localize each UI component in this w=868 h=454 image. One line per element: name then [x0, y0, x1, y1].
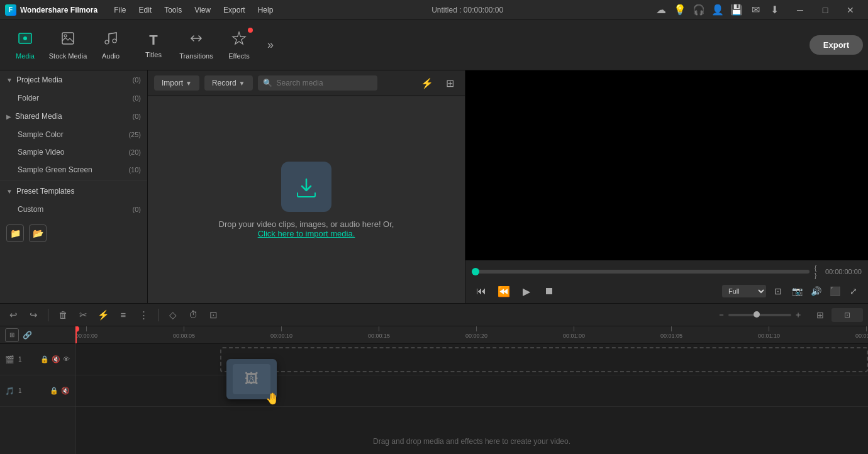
toolbar-transitions[interactable]: Transitions — [176, 23, 216, 68]
undo-button[interactable]: ↩ — [5, 307, 21, 323]
export-frame-button[interactable]: ⬛ — [826, 283, 843, 299]
record-button[interactable]: Record ▼ — [204, 75, 253, 91]
effects-button[interactable]: ⚡ — [95, 307, 111, 323]
timeline-ruler[interactable]: 00:00:00 00:00:05 00:00:10 00:00:15 — [75, 326, 868, 344]
save-icon[interactable]: 💾 — [731, 4, 742, 16]
clip-speed-button[interactable]: ⏱ — [185, 307, 201, 323]
fullscreen-button[interactable]: ⤢ — [845, 283, 862, 299]
audio-mute-icon[interactable]: 🔇 — [61, 387, 70, 395]
menu-file[interactable]: File — [108, 0, 132, 20]
add-folder-button[interactable]: 📁 — [6, 224, 24, 242]
tick-label: 00:01:15 — [855, 333, 868, 339]
play-button[interactable]: ▶ — [517, 283, 536, 299]
zoom-in-icon[interactable]: ＋ — [794, 309, 803, 321]
sidebar-item-sample-green-screen[interactable]: Sample Green Screen (10) — [0, 161, 147, 179]
drop-import-link[interactable]: Click here to import media. — [258, 229, 355, 238]
link-toggle[interactable]: ⊞ — [5, 328, 19, 342]
chevron-down-icon: ▼ — [6, 77, 13, 84]
video-track-row — [75, 344, 868, 375]
delete-button[interactable]: 🗑 — [55, 307, 71, 323]
sidebar-item-folder[interactable]: Folder (0) — [0, 89, 147, 107]
minimize-button[interactable]: ─ — [787, 0, 813, 20]
svg-rect-3 — [62, 33, 74, 44]
zoom-track[interactable] — [728, 314, 791, 316]
sidebar-item-custom[interactable]: Custom (0) — [0, 201, 147, 218]
audio-detach-button[interactable]: ⋮ — [135, 307, 152, 323]
redo-button[interactable]: ↪ — [25, 307, 42, 323]
preview-right-buttons: ⊡ 📷 🔊 ⬛ ⤢ — [770, 283, 862, 299]
headphone-icon[interactable]: 🎧 — [693, 4, 704, 16]
add-subfolder-button[interactable]: 📂 — [29, 224, 47, 242]
avatar-icon[interactable]: 👤 — [712, 4, 723, 16]
toolbar-stock-media[interactable]: Stock Media — [48, 23, 88, 68]
toolbar-audio[interactable]: Audio — [91, 23, 131, 68]
custom-label: Custom — [18, 205, 43, 214]
close-button[interactable]: ✕ — [838, 0, 863, 20]
step-back-button[interactable]: ⏮ — [472, 283, 491, 299]
lock-icon[interactable]: 🔒 — [40, 355, 49, 363]
sidebar-divider — [0, 180, 147, 180]
audio-track-row — [75, 375, 868, 407]
tick-line — [184, 326, 184, 331]
menu-help[interactable]: Help — [252, 0, 280, 20]
sidebar-section-preset-templates[interactable]: ▼ Preset Templates — [0, 182, 147, 201]
mute-icon[interactable]: 🔇 — [52, 355, 60, 363]
keyframe-button[interactable]: ◇ — [165, 307, 181, 323]
floating-thumbnail: 🖼 🤚 — [226, 359, 277, 399]
add-track-button[interactable]: ⊡ — [832, 308, 863, 322]
audio-lock-icon[interactable]: 🔒 — [50, 387, 58, 395]
toolbar-effects[interactable]: Effects — [219, 23, 259, 68]
preview-scrubber[interactable] — [472, 270, 810, 274]
import-arrow-icon: ▼ — [186, 80, 192, 87]
notification-icon[interactable]: ✉ — [750, 4, 761, 16]
fit-preview-button[interactable]: ⊡ — [770, 283, 786, 299]
menu-edit[interactable]: Edit — [132, 0, 158, 20]
crop-button[interactable]: ⊡ — [205, 307, 221, 323]
sidebar-item-sample-color[interactable]: Sample Color (25) — [0, 126, 147, 143]
svg-point-5 — [105, 40, 109, 44]
menu-tools[interactable]: Tools — [158, 0, 188, 20]
adjust-button[interactable]: ≡ — [115, 307, 131, 323]
video-track-label: 1 — [18, 356, 22, 363]
section-label-project-media: Project Media — [16, 75, 62, 84]
import-button[interactable]: Import ▼ — [154, 75, 199, 91]
stop-button[interactable]: ⏹ — [540, 283, 559, 299]
eye-icon[interactable]: 👁 — [63, 355, 70, 363]
in-point-marker: { } — [815, 264, 820, 279]
sidebar-section-project-media[interactable]: ▼ Project Media (0) — [0, 70, 147, 89]
toolbar-more[interactable]: » — [262, 36, 279, 54]
menu-export[interactable]: Export — [217, 0, 252, 20]
snapshot-button[interactable]: 📷 — [789, 283, 805, 299]
filter-button[interactable]: ⚡ — [418, 74, 436, 92]
view-toggle-button[interactable]: ⊞ — [441, 74, 459, 92]
clip-snap-button[interactable]: ⊞ — [811, 306, 829, 324]
maximize-button[interactable]: □ — [813, 0, 838, 20]
tick-line — [379, 326, 379, 331]
zoom-out-icon[interactable]: － — [717, 309, 726, 321]
main-area: ▼ Project Media (0) Folder (0) ▶ Shared … — [0, 70, 868, 454]
download-icon[interactable]: ⬇ — [769, 4, 780, 16]
export-button[interactable]: Export — [810, 35, 863, 55]
sidebar-section-shared-media[interactable]: ▶ Shared Media (0) — [0, 107, 147, 126]
cut-button[interactable]: ✂ — [75, 307, 91, 323]
quality-select[interactable]: Full Half Quarter — [722, 285, 766, 297]
chain-icon[interactable]: 🔗 — [23, 331, 32, 340]
media-drop-zone[interactable]: Drop your video clips, images, or audio … — [148, 96, 465, 303]
sidebar: ▼ Project Media (0) Folder (0) ▶ Shared … — [0, 70, 148, 303]
shared-media-count: (0) — [133, 113, 141, 120]
ruler-marks: 00:00:00 00:00:05 00:00:10 00:00:15 — [75, 326, 868, 344]
sidebar-item-sample-video[interactable]: Sample Video (20) — [0, 143, 147, 161]
slow-back-button[interactable]: ⏪ — [494, 283, 513, 299]
tick-line — [281, 326, 282, 331]
drag-drop-area[interactable]: Drag and drop media and effects here to … — [75, 429, 868, 454]
cloud-icon[interactable]: ☁ — [655, 4, 667, 16]
lightbulb-icon[interactable]: 💡 — [674, 4, 686, 16]
toolbar-titles[interactable]: T Titles — [133, 23, 174, 68]
playhead[interactable] — [75, 326, 77, 344]
search-input[interactable] — [258, 75, 377, 91]
menu-view[interactable]: View — [188, 0, 217, 20]
video-track-placeholder[interactable] — [220, 347, 868, 372]
toolbar-media[interactable]: Media — [5, 23, 45, 68]
preview-controls: { } 00:00:00:00 ⏮ ⏪ ▶ ⏹ Full Half Quarte… — [465, 260, 868, 303]
audio-preview-button[interactable]: 🔊 — [808, 283, 824, 299]
